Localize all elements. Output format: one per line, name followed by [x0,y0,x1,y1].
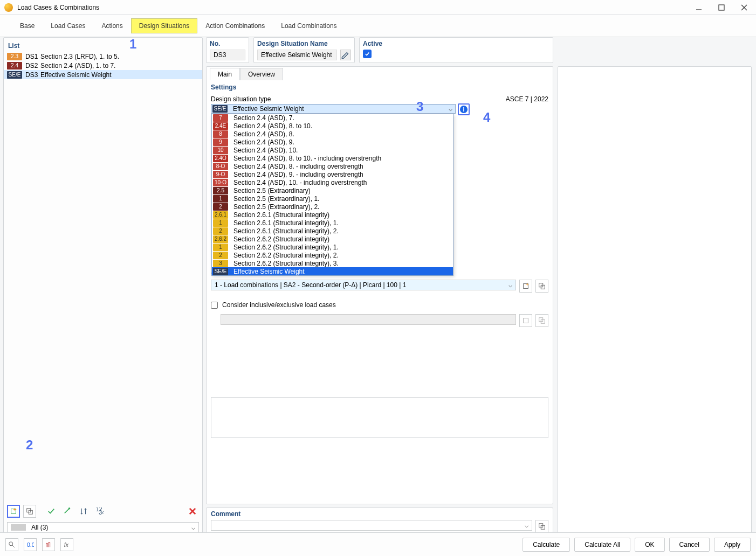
dropdown-option[interactable]: 2Section 2.6.2 (Structural integrity), 2… [212,251,453,259]
dropdown-option[interactable]: 2.4OSection 2.4 (ASD), 8. to 10. - inclu… [212,154,453,162]
no-value[interactable]: DS3 [210,50,245,60]
search-button[interactable] [5,538,18,551]
selected-badge: SE/E [212,105,228,113]
delete-button[interactable] [186,505,199,518]
window-title: Load Cases & Combinations [17,4,691,11]
active-checkbox[interactable] [363,50,372,58]
tab-design-situations[interactable]: Design Situations [131,18,197,33]
type-label: Design situation type [211,95,271,103]
ok-button[interactable]: OK [635,538,664,552]
inclusive-edit-button[interactable] [535,314,548,327]
tab-action-combinations[interactable]: Action Combinations [197,18,273,33]
name-value[interactable]: Effective Seismic Weight [257,50,337,60]
calculate-all-button[interactable]: Calculate All [574,538,630,552]
list-row[interactable]: SE/EDS3Effective Seismic Weight [4,70,202,79]
filter-select[interactable]: All (3) [7,522,199,533]
wizard-new-button[interactable] [519,280,532,293]
dropdown-option[interactable]: 8Section 2.4 (ASD), 8. [212,130,453,138]
tab-actions[interactable]: Actions [93,18,130,33]
tab-load-combinations[interactable]: Load Combinations [273,18,345,33]
no-box: No. DS3 [206,37,249,63]
svg-line-25 [12,545,15,547]
list-header: List [4,42,202,52]
tab-base[interactable]: Base [12,18,43,33]
dropdown-option[interactable]: 7Section 2.4 (ASD), 7. [212,114,453,122]
dropdown-option[interactable]: 9-OSection 2.4 (ASD), 9. - including ove… [212,170,453,178]
app-icon [4,3,13,12]
dropdown-option[interactable]: 9Section 2.4 (ASD), 9. [212,138,453,146]
dropdown-option[interactable]: 1Section 2.6.1 (Structural integrity), 1… [212,219,453,227]
wizard-select[interactable]: 1 - Load combinations | SA2 - Second-ord… [211,280,516,290]
svg-text:34: 34 [99,509,104,515]
new-item-button[interactable] [7,505,20,518]
inner-tab-overview[interactable]: Overview [240,68,283,80]
footer: 0.00 fx CalculateCalculate AllOKCancelAp… [0,532,756,556]
inclusive-new-button[interactable] [519,314,532,327]
close-button[interactable] [737,2,752,13]
dropdown-option[interactable]: 1Section 2.5 (Extraordinary), 1. [212,194,453,203]
active-label: Active [363,40,549,50]
dropdown-option[interactable]: 8-OSection 2.4 (ASD), 8. - including ove… [212,162,453,170]
edit-name-button[interactable] [340,50,351,60]
dropdown-option[interactable]: 2.6.2Section 2.6.2 (Structural integrity… [212,235,453,243]
settings-blank-area [211,397,548,438]
model-button[interactable] [42,538,55,551]
inner-tabs: MainOverview [207,67,553,80]
settings-panel: Settings Design situation type ASCE 7 | … [207,80,553,504]
maximize-button[interactable] [714,2,729,13]
dropdown-option[interactable]: 1Section 2.6.2 (Structural integrity), 1… [212,243,453,251]
settings-header: Settings [211,84,548,91]
inclusive-label: Consider inclusive/exclusive load cases [222,301,336,309]
inner-tab-main[interactable]: Main [210,68,240,80]
selected-text: Effective Seismic Weight [231,105,445,113]
apply-button[interactable]: Apply [714,538,751,552]
copy-item-button[interactable] [23,505,36,518]
filter-value: All (3) [31,524,48,531]
left-toolbar: 1234 [4,503,202,520]
name-box: Design Situation Name Effective Seismic … [253,37,355,63]
dropdown-option[interactable]: SE/EEffective Seismic Weight [212,267,453,275]
comment-label: Comment [211,510,548,520]
type-dropdown-list[interactable]: 7Section 2.4 (ASD), 7.2.4ESection 2.4 (A… [211,114,453,276]
preview-panel [558,66,752,536]
check-all-button[interactable] [45,505,58,518]
tab-load-cases[interactable]: Load Cases [43,18,93,33]
dropdown-option[interactable]: 2.5Section 2.5 (Extraordinary) [212,186,453,194]
list-row[interactable]: 2.4DS2Section 2.4 (ASD), 1. to 7. [4,61,202,70]
calculate-button[interactable]: Calculate [523,538,570,552]
left-pane: List 2.3DS1Section 2.3 (LRFD), 1. to 5.2… [3,37,203,536]
cancel-button[interactable]: Cancel [669,538,710,552]
active-box: Active [359,37,553,63]
inclusive-field [221,314,516,325]
svg-point-24 [9,541,13,545]
info-button[interactable]: i [458,103,470,115]
comment-box: Comment [206,508,553,536]
comment-input[interactable] [211,520,532,531]
dropdown-option[interactable]: 2Section 2.5 (Extraordinary), 2. [212,203,453,211]
wizard-value: 1 - Load combinations | SA2 - Second-ord… [215,281,406,289]
type-dropdown[interactable]: SE/E Effective Seismic Weight i 7Section… [211,104,456,114]
wizard-button[interactable] [61,505,74,518]
list-rows: 2.3DS1Section 2.3 (LRFD), 1. to 5.2.4DS2… [4,52,202,79]
inclusive-checkbox[interactable] [211,302,218,309]
dropdown-option[interactable]: 2.6.1Section 2.6.1 (Structural integrity… [212,211,453,219]
dropdown-option[interactable]: 3Section 2.6.2 (Structural integrity), 3… [212,259,453,267]
renumber-button[interactable]: 1234 [93,505,106,518]
function-button[interactable]: fx [60,538,73,551]
dropdown-option[interactable]: 2.4ESection 2.4 (ASD), 8. to 10. [212,122,453,130]
main-tabbar: BaseLoad CasesActionsDesign SituationsAc… [0,15,756,37]
standard-label: ASCE 7 | 2022 [506,95,548,103]
units-button[interactable]: 0.00 [24,538,37,551]
minimize-button[interactable] [691,2,706,13]
titlebar: Load Cases & Combinations [0,0,756,15]
list-row[interactable]: 2.3DS1Section 2.3 (LRFD), 1. to 5. [4,52,202,61]
comment-library-button[interactable] [535,520,548,533]
dropdown-option[interactable]: 10Section 2.4 (ASD), 10. [212,146,453,154]
dropdown-option[interactable]: 10-OSection 2.4 (ASD), 10. - including o… [212,178,453,186]
wizard-edit-button[interactable] [535,280,548,293]
dropdown-option[interactable]: 2Section 2.6.1 (Structural integrity), 2… [212,227,453,235]
svg-rect-1 [719,5,724,10]
svg-point-9 [68,508,71,510]
name-label: Design Situation Name [257,40,351,50]
sort-button[interactable] [77,505,90,518]
